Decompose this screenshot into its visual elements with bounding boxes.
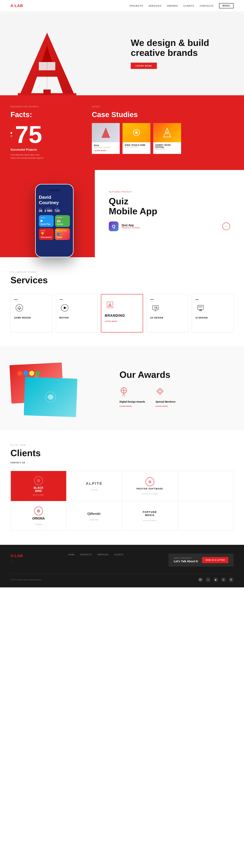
award-item-mentions: Special Mentions LEARN MORE → (155, 387, 175, 407)
client-sub-utentric: UTENTRIC (90, 519, 99, 521)
svg-text:A: A (109, 304, 111, 307)
clients-left: ALL OF THEM Clients CONTACT US → (10, 444, 41, 464)
client-cell-alpite[interactable]: ALPITE ALPITE (66, 471, 122, 501)
client-cell-blackbird[interactable]: BLACKBIRD BLACK BIRD (11, 471, 66, 501)
nav-contacts[interactable]: CONTACTS (200, 4, 213, 7)
services-grid: GAME DESIGN MOTION A Branding (10, 294, 234, 333)
facts-title: Facts: (10, 111, 81, 119)
svg-rect-28 (199, 306, 200, 307)
facts-dot-1[interactable] (10, 132, 12, 134)
svg-rect-25 (198, 305, 204, 309)
svg-marker-6 (101, 127, 110, 138)
social-behance[interactable]: Bē (198, 577, 203, 582)
social-linkedin[interactable]: in (221, 577, 226, 582)
phone-stat-day-label: DAY (39, 208, 42, 209)
service-card-branding[interactable]: A Branding LEARN MORE → (101, 294, 143, 333)
svg-marker-12 (18, 306, 21, 309)
hero-cta-button[interactable]: LEARN MORE (131, 63, 157, 69)
client-sub-oriona: ORIONA (35, 524, 42, 525)
footer-nav-clients[interactable]: CLIENTS (114, 554, 123, 556)
case-card-img-ashery: A (153, 123, 181, 142)
client-cell-proton[interactable]: PROTON SOFTWARE PROTON SOFTWARE (122, 471, 178, 501)
nav-projects[interactable]: PROJECTS (130, 4, 143, 7)
svg-point-8 (135, 131, 138, 134)
service-name-ui: UI DESIGN (196, 316, 208, 319)
service-card-motion[interactable]: MOTION (56, 294, 98, 333)
service-card-ux[interactable]: UX DESIGN (147, 294, 188, 333)
phone-card-goals-label: APP SETTINGS (57, 230, 68, 231)
service-card-game-design[interactable]: GAME DESIGN (10, 294, 52, 333)
social-youtube[interactable]: ▶ (213, 577, 218, 582)
service-line-2 (60, 300, 63, 300)
award-learn-design[interactable]: LEARN MORE → (119, 405, 145, 407)
phone-card-quickplay[interactable]: QUICK ▶ Quick Play (39, 215, 54, 227)
service-learn-branding[interactable]: LEARN MORE → (105, 320, 119, 322)
case-studies-col: LATEST Case Studies Arca WEB SITE DESIGN… (92, 106, 234, 159)
awards-grid: Digital Design Awards LEARN MORE → Speci… (119, 387, 234, 407)
client-cell-empty-2 (178, 501, 234, 531)
phone-screen: David Courtney DAY 06 POINTS 3 980 PAID … (36, 184, 73, 243)
footer-cta: HAVE A PROJECT? Let's Talk About It: SEN… (169, 554, 234, 567)
client-sub-blackbird: BLACK BIRD (33, 494, 44, 496)
service-card-ui[interactable]: UI DESIGN (192, 294, 234, 333)
client-cell-fortune[interactable]: FORTUNEMEDIA FORTUNE MEDIA (122, 501, 178, 531)
ui-design-icon (196, 303, 206, 313)
project-next-arrow[interactable]: → (222, 222, 230, 230)
site-header: A·LAB PROJECTS SERVICES AWARDS CLIENTS C… (0, 0, 244, 11)
phone-card-events[interactable]: EVENTS 📅 Events (55, 215, 70, 227)
footer-social: Bē t ▶ in M (198, 577, 234, 582)
facts-case-section: DESIGNED FOR GROWTH Facts: 75 Successful… (0, 95, 244, 170)
featured-title: Quiz Mobile App (109, 196, 230, 216)
social-mail[interactable]: M (229, 577, 234, 582)
clients-section: ALL OF THEM Clients CONTACT US → BLACKBI… (0, 430, 244, 545)
client-line-alpite (92, 487, 96, 488)
case-learn-arca[interactable]: LEARN MORE → (94, 150, 118, 152)
footer-brand: A·LAB — (10, 554, 23, 562)
phone-stat-points: POINTS 3 980 (44, 208, 52, 213)
facts-dot-2[interactable] (10, 135, 12, 137)
footer-nav-services[interactable]: SERVICES (97, 554, 108, 556)
footer-nav-home[interactable]: HOME (68, 554, 75, 556)
service-name-ux: UX DESIGN (150, 316, 163, 319)
award-learn-mentions[interactable]: LEARN MORE → (155, 405, 175, 407)
nav-clients[interactable]: CLIENTS (183, 4, 194, 7)
client-sub-fortune: FORTUNE MEDIA (143, 520, 157, 521)
svg-rect-5 (43, 90, 51, 95)
facts-number-wrap: 75 (10, 122, 81, 147)
phone-stat-day: DAY 06 (39, 208, 42, 213)
nav-awards[interactable]: AWARDS (167, 4, 178, 7)
phone-col: David Courtney DAY 06 POINTS 3 980 PAID … (0, 170, 95, 257)
footer-nav-projects[interactable]: PROJECTS (80, 554, 92, 556)
client-name-utentric: Qthentic (87, 511, 101, 516)
phone-stat-points-value: 3 980 (44, 209, 52, 213)
client-name-blackbird: BLACKBIRD (34, 486, 43, 493)
phone-card-quickplay-label: QUICK (41, 217, 52, 218)
client-name-proton: PROTON SOFTWARE (137, 488, 163, 490)
phone-card-goals[interactable]: APP SETTINGS 👥 Goals (55, 228, 70, 240)
footer-logo[interactable]: A·LAB (10, 554, 23, 558)
social-twitter[interactable]: t (206, 577, 211, 582)
case-cards: Arca WEB SITE DESIGN LEARN MORE → AURA /… (92, 123, 234, 154)
client-cell-utentric[interactable]: Qthentic UTENTRIC (66, 501, 122, 531)
hero-section: We design & build creative brands LEARN … (0, 11, 244, 95)
case-card-img-aura (123, 123, 150, 142)
service-name-game-design: GAME DESIGN (14, 316, 31, 319)
phone-card-events-name: Events (57, 223, 68, 225)
logo[interactable]: A·LAB (10, 3, 23, 8)
client-line-oriona (37, 522, 40, 522)
footer-bottom: ©2019 © Elego Labs. All rights reserved.… (10, 574, 234, 582)
hero-title: We design & build creative brands (131, 38, 209, 58)
clients-label: ALL OF THEM (10, 444, 41, 446)
phone-card-tournament[interactable]: SPORT 🏆 Tournament (39, 228, 54, 240)
footer-cta-button[interactable]: SEND US A LETTER (202, 557, 228, 563)
clients-contact[interactable]: CONTACT US → (10, 462, 41, 464)
nav-services[interactable]: SERVICES (149, 4, 162, 7)
phone-grid: QUICK ▶ Quick Play EVENTS 📅 Events SPORT… (39, 215, 70, 240)
case-card-name-arca: Arca (94, 144, 118, 147)
client-cell-empty-1 (178, 471, 234, 501)
case-label: LATEST (92, 106, 234, 108)
menu-button[interactable]: MENU (219, 3, 234, 8)
client-sub-alpite: ALPITE (91, 489, 97, 491)
svg-point-22 (156, 308, 157, 309)
client-cell-oriona[interactable]: ORIONA ORIONA (11, 501, 66, 531)
